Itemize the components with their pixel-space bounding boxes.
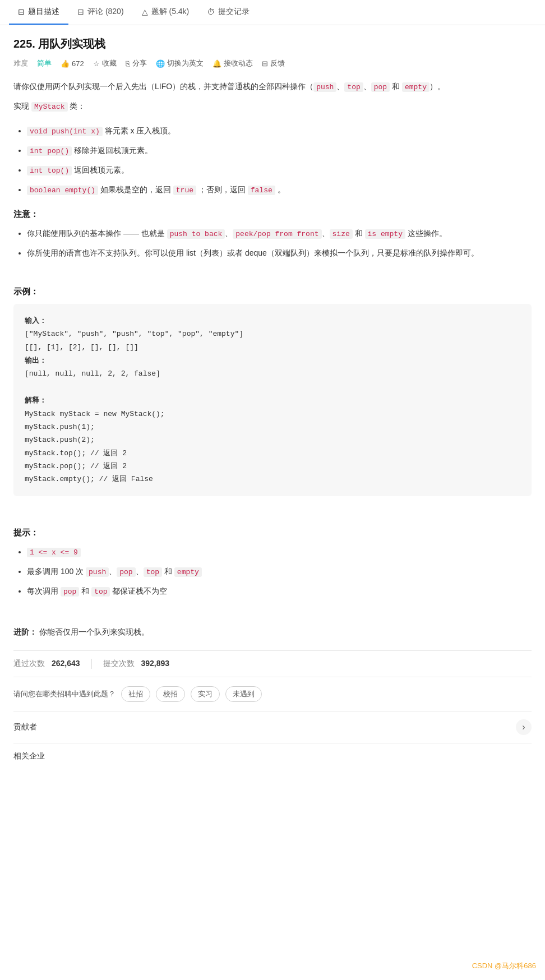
hints-heading: 提示：	[13, 528, 532, 538]
tab-comments[interactable]: ⊟ 评论 (820)	[68, 0, 133, 25]
method-push: void push(int x) 将元素 x 压入栈顶。	[27, 123, 532, 139]
advanced-text: 你能否仅用一个队列来实现栈。	[39, 627, 149, 636]
difficulty-label: 难度	[13, 58, 28, 68]
explain-line-1: MyStack myStack = new MyStack();	[25, 408, 520, 420]
problem-title: 225. 用队列实现栈	[13, 36, 532, 52]
hint-1: 1 <= x <= 9	[27, 544, 532, 560]
switch-lang-button[interactable]: 🌐 切换为英文	[156, 58, 204, 68]
explain-line-3: myStack.push(2);	[25, 433, 520, 446]
bell-icon: 🔔	[213, 59, 221, 68]
share-button[interactable]: ⎘ 分享	[126, 58, 147, 68]
difficulty-value[interactable]: 简单	[37, 58, 52, 68]
pass-label: 通过次数	[13, 659, 45, 668]
notes-list: 你只能使用队列的基本操作 —— 也就是 push to back、peek/po…	[27, 225, 532, 261]
explain-line-5: myStack.pop(); // 返回 2	[25, 460, 520, 473]
submit-label: 提交次数	[103, 659, 135, 668]
example-box: 输入： ["MyStack", "push", "push", "top", "…	[13, 304, 532, 496]
description-icon: ⊟	[18, 7, 25, 16]
tab-submissions[interactable]: ⏱ 提交记录	[198, 0, 258, 25]
note-heading: 注意：	[13, 209, 532, 220]
main-content: 225. 用队列实现栈 难度 简单 👍 672 ☆ 收藏 ⎘ 分享 🌐 切换为英…	[0, 25, 545, 780]
method-empty: boolean empty() 如果栈是空的，返回 true ；否则，返回 fa…	[27, 182, 532, 198]
tag-intern[interactable]: 实习	[191, 686, 220, 702]
explain-line-2: myStack.push(1);	[25, 420, 520, 433]
contributors-arrow[interactable]: ›	[516, 719, 532, 735]
input-label: 输入：	[25, 314, 520, 327]
implement-text: 实现 MyStack 类：	[13, 99, 532, 113]
advanced-section: 进阶： 你能否仅用一个队列来实现栈。	[13, 625, 532, 639]
feedback-button[interactable]: ⊟ 反馈	[262, 58, 285, 68]
submissions-icon: ⏱	[207, 7, 215, 16]
methods-list: void push(int x) 将元素 x 压入栈顶。 int pop() 移…	[27, 123, 532, 198]
pass-value: 262,643	[52, 659, 80, 668]
related-companies-section: 相关企业	[13, 743, 532, 769]
hint-3: 每次调用 pop 和 top 都保证栈不为空	[27, 583, 532, 599]
related-label: 相关企业	[13, 751, 45, 761]
collect-button[interactable]: ☆ 收藏	[93, 58, 117, 68]
likes-button[interactable]: 👍 672	[61, 59, 84, 68]
comments-icon: ⊟	[77, 7, 84, 16]
advanced-label: 进阶：	[13, 627, 37, 636]
tab-solutions[interactable]: △ 题解 (5.4k)	[133, 0, 198, 25]
note-2: 你所使用的语言也许不支持队列。你可以使用 list（列表）或者 deque（双端…	[27, 245, 532, 261]
tab-description[interactable]: ⊟ 题目描述	[9, 0, 68, 25]
share-icon: ⎘	[126, 59, 130, 68]
explain-line-6: myStack.empty(); // 返回 False	[25, 473, 520, 486]
contributors-label: 贡献者	[13, 722, 37, 732]
subscribe-button[interactable]: 🔔 接收动态	[213, 58, 253, 68]
hints-list: 1 <= x <= 9 最多调用 100 次 push、pop、top 和 em…	[27, 544, 532, 599]
method-pop: int pop() 移除并返回栈顶元素。	[27, 142, 532, 159]
feedback-icon: ⊟	[262, 59, 268, 68]
tag-campus[interactable]: 校招	[156, 686, 185, 702]
method-top: int top() 返回栈顶元素。	[27, 162, 532, 178]
solutions-icon: △	[142, 7, 148, 16]
pass-stat: 通过次数 262,643	[13, 659, 92, 669]
output-value: [null, null, null, 2, 2, false]	[25, 367, 520, 380]
contributors-section: 贡献者 ›	[13, 711, 532, 743]
tags-section: 请问您在哪类招聘中遇到此题？ 社招 校招 实习 未遇到	[13, 686, 532, 702]
star-icon: ☆	[93, 59, 100, 68]
tag-social[interactable]: 社招	[121, 686, 150, 702]
problem-description: 请你仅使用两个队列实现一个后入先出（LIFO）的栈，并支持普通栈的全部四种操作（…	[13, 80, 532, 114]
note-1: 你只能使用队列的基本操作 —— 也就是 push to back、peek/po…	[27, 225, 532, 242]
difficulty-row: 难度 简单 👍 672 ☆ 收藏 ⎘ 分享 🌐 切换为英文 🔔 接收动态 ⊟ 反…	[13, 58, 532, 68]
example-heading: 示例：	[13, 286, 532, 297]
output-label: 输出：	[25, 354, 520, 367]
input-line1: ["MyStack", "push", "push", "top", "pop"…	[25, 327, 520, 340]
top-navigation: ⊟ 题目描述 ⊟ 评论 (820) △ 题解 (5.4k) ⏱ 提交记录	[0, 0, 545, 25]
tags-question: 请问您在哪类招聘中遇到此题？	[13, 689, 116, 699]
stats-row: 通过次数 262,643 提交次数 392,893	[13, 650, 532, 677]
intro-text: 请你仅使用两个队列实现一个后入先出（LIFO）的栈，并支持普通栈的全部四种操作（…	[13, 80, 532, 94]
thumbs-up-icon: 👍	[61, 59, 70, 68]
submit-value: 392,893	[141, 659, 169, 668]
submit-stat: 提交次数 392,893	[103, 659, 181, 669]
hint-2: 最多调用 100 次 push、pop、top 和 empty	[27, 563, 532, 580]
explain-label: 解释：	[25, 394, 520, 407]
translate-icon: 🌐	[156, 59, 165, 68]
explain-line-4: myStack.top(); // 返回 2	[25, 447, 520, 460]
tag-none[interactable]: 未遇到	[225, 686, 262, 702]
input-line2: [[], [1], [2], [], [], []]	[25, 341, 520, 354]
